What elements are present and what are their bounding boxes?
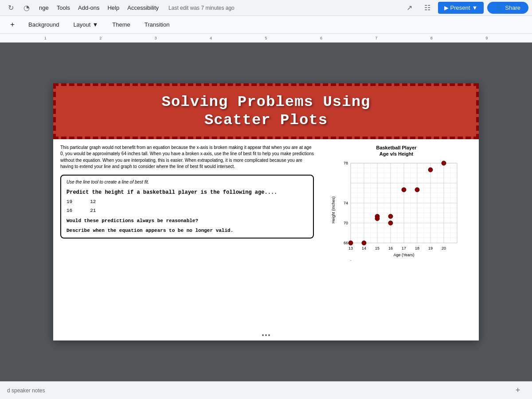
nav-menu: nge Tools Add-ons Help Accessibility: [35, 3, 162, 13]
slide[interactable]: Solving Problems Using Scatter Plots Thi…: [53, 83, 479, 340]
transition-button[interactable]: Transition: [139, 19, 175, 30]
canvas-area[interactable]: Solving Problems Using Scatter Plots Thi…: [0, 43, 532, 381]
data-point: [348, 241, 353, 245]
ruler-mark-2: 2: [73, 36, 128, 40]
refresh-icon[interactable]: ◔: [20, 1, 34, 15]
undo-icon[interactable]: ↻: [4, 1, 18, 15]
nav-help[interactable]: Help: [104, 3, 123, 13]
present-label: Present: [450, 4, 470, 11]
ruler-mark-3: 3: [128, 36, 183, 40]
dot-3: [268, 334, 270, 336]
age-row-2: 16 21: [66, 207, 308, 214]
age-1: 19: [66, 199, 72, 205]
nav-addons[interactable]: Add-ons: [74, 3, 103, 13]
dot-2: [265, 334, 267, 336]
share-button[interactable]: 👤 Share: [487, 2, 528, 14]
present-dropdown-icon: ▼: [472, 4, 477, 11]
svg-text:17: 17: [402, 246, 406, 250]
chart-inner: 66 70 74 78 13 14 15 16 17 18 19: [337, 159, 462, 261]
trending-icon[interactable]: ↗: [403, 1, 417, 15]
svg-text:70: 70: [344, 221, 348, 225]
ruler-mark-5: 5: [239, 36, 293, 40]
top-bar-right: ↗ ☷ ▶ Present ▼ 👤 Share: [403, 1, 528, 15]
value-1: 12: [90, 199, 96, 205]
last-edit-text: Last edit was 7 minutes ago: [168, 5, 235, 11]
share-person-icon: 👤: [495, 4, 502, 11]
data-point: [415, 188, 419, 192]
data-point: [375, 216, 379, 221]
use-tool-text: Use the line tool to create a line of be…: [66, 179, 308, 185]
svg-text:74: 74: [344, 201, 348, 205]
toolbar: ＋ Background Layout ▼ Theme Transition: [0, 16, 532, 34]
add-icon[interactable]: +: [511, 383, 525, 398]
would-text: Would these predictions always be reason…: [66, 218, 308, 224]
dot-1: [262, 334, 264, 336]
slide-left: This particular graph would not benefit …: [60, 145, 314, 340]
layout-button[interactable]: Layout ▼: [68, 19, 103, 30]
notes-icon[interactable]: ☷: [420, 1, 434, 15]
dots-indicator: [260, 332, 272, 338]
nav-nge[interactable]: nge: [35, 3, 52, 13]
ruler: 1 2 3 4 5 6 7 8 9: [0, 34, 532, 43]
predict-text: Predict the height if a basketball playe…: [66, 189, 308, 196]
add-slide-btn[interactable]: ＋: [5, 18, 20, 32]
age-row-1: 19 12: [66, 199, 308, 205]
y-axis-label: Height (Inches): [331, 159, 336, 261]
svg-text:13: 13: [348, 246, 353, 250]
chart-title: Basketball Player Age v/s Height: [376, 145, 416, 157]
chart-title-line2: Age v/s Height: [376, 151, 416, 157]
svg-text:Age (Years): Age (Years): [393, 253, 414, 257]
describe-text: Describe when the equation appears to be…: [66, 227, 308, 234]
chart-container: Height (Inches): [331, 159, 462, 261]
data-point: [388, 214, 393, 219]
data-point: [428, 168, 433, 172]
slide-title: Solving Problems Using Scatter Plots: [56, 93, 476, 129]
ruler-mark-1: 1: [18, 36, 73, 40]
svg-text:78: 78: [344, 161, 348, 165]
chart-svg: 66 70 74 78 13 14 15 16 17 18 19: [337, 159, 462, 261]
bottom-bar: d speaker notes +: [0, 381, 532, 399]
present-button[interactable]: ▶ Present ▼: [438, 2, 484, 14]
ruler-marks: 1 2 3 4 5 6 7 8 9: [18, 36, 514, 40]
ruler-mark-7: 7: [349, 36, 404, 40]
svg-text:16: 16: [388, 246, 393, 250]
top-bar: ↻ ◔ nge Tools Add-ons Help Accessibility…: [0, 0, 532, 16]
ruler-mark-8: 8: [404, 36, 459, 40]
data-point: [402, 188, 406, 192]
bottom-right: +: [511, 383, 525, 398]
ruler-mark-9: 9: [459, 36, 514, 40]
background-button[interactable]: Background: [23, 19, 64, 30]
layout-label: Layout: [73, 21, 90, 28]
chart-title-line1: Basketball Player: [376, 145, 416, 151]
speaker-notes[interactable]: d speaker notes: [7, 387, 45, 394]
svg-text:15: 15: [375, 246, 379, 250]
data-point: [362, 241, 366, 245]
svg-text:20: 20: [442, 246, 446, 250]
slide-title-line1: Solving Problems Using: [56, 93, 476, 111]
svg-text:19: 19: [428, 246, 433, 250]
slide-content: This particular graph would not benefit …: [53, 139, 479, 340]
layout-dropdown-icon: ▼: [92, 21, 98, 28]
age-items: 19 12 16 21: [66, 199, 308, 214]
top-bar-left: ↻ ◔ nge Tools Add-ons Help Accessibility…: [4, 1, 235, 15]
data-point: [388, 221, 393, 225]
svg-text:66: 66: [344, 241, 348, 245]
data-point: [442, 161, 446, 165]
present-play-icon: ▶: [444, 4, 449, 11]
value-2: 21: [90, 207, 96, 214]
use-tool-box: Use the line tool to create a line of be…: [60, 175, 314, 239]
theme-button[interactable]: Theme: [107, 19, 135, 30]
nav-tools[interactable]: Tools: [53, 3, 74, 13]
ruler-mark-4: 4: [183, 36, 238, 40]
svg-text:18: 18: [415, 246, 419, 250]
age-2: 16: [66, 207, 72, 214]
slide-title-line2: Scatter Plots: [56, 111, 476, 129]
share-label: Share: [505, 4, 520, 11]
ruler-mark-6: 6: [293, 36, 348, 40]
slide-right: Basketball Player Age v/s Height Height …: [321, 145, 472, 340]
slide-header: Solving Problems Using Scatter Plots: [53, 83, 479, 139]
paragraph-text: This particular graph would not benefit …: [60, 145, 314, 170]
svg-text:14: 14: [362, 246, 366, 250]
nav-accessibility[interactable]: Accessibility: [124, 3, 162, 13]
